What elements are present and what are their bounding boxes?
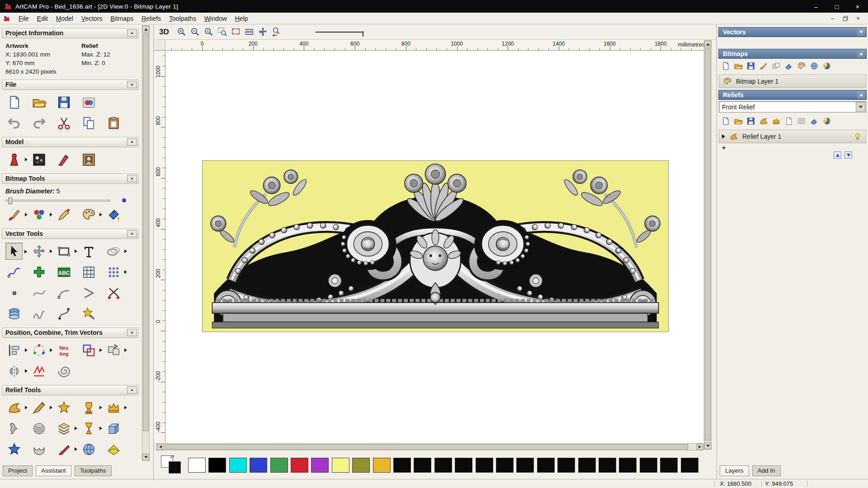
greyscale-view-icon[interactable] <box>30 151 47 168</box>
collapse-button[interactable]: ▲ <box>127 175 137 182</box>
collapse-button[interactable]: ▲ <box>127 386 137 394</box>
palette-swatch[interactable] <box>352 458 370 473</box>
palette-swatch[interactable] <box>681 458 698 473</box>
maximize-button[interactable]: □ <box>826 0 847 13</box>
bitmap-layer-row[interactable]: Bitmap Layer 1 <box>719 75 866 88</box>
canvas-scroll-right-button[interactable] <box>696 444 703 450</box>
magic-wand-icon[interactable] <box>80 305 97 322</box>
swap-colours-icon[interactable]: ⇄ <box>170 454 174 459</box>
palette-swatch[interactable] <box>229 458 247 473</box>
polyline-icon[interactable] <box>5 263 23 281</box>
align-icon[interactable] <box>5 342 23 359</box>
canvas-hscroll-thumb[interactable] <box>165 444 688 450</box>
flood-fill-icon[interactable] <box>30 206 47 223</box>
zoom-window-icon[interactable] <box>216 26 228 38</box>
hatch-icon[interactable] <box>30 362 47 380</box>
zoom-previous-icon[interactable] <box>270 26 283 38</box>
relief-select[interactable]: Front Relief <box>719 101 866 113</box>
text-icon[interactable] <box>80 243 97 260</box>
palette-swatch[interactable] <box>270 458 288 473</box>
colour-palette-icon[interactable] <box>796 61 807 71</box>
copy-icon[interactable] <box>80 114 97 131</box>
palette-swatch[interactable] <box>250 458 267 473</box>
menu-toolpaths[interactable]: Toolpaths <box>165 14 200 23</box>
expander-icon[interactable] <box>722 134 725 139</box>
paint-relief-icon[interactable] <box>55 441 72 458</box>
zoom-scale-icon[interactable]: 1 <box>203 26 215 38</box>
mdi-minimize-button[interactable]: – <box>827 14 838 23</box>
curve-icon[interactable] <box>55 305 72 322</box>
relief-select-arrow[interactable] <box>856 102 865 112</box>
menu-model[interactable]: Model <box>52 14 77 23</box>
add-relief-layer-button[interactable]: + <box>718 145 867 150</box>
model-preview-icon[interactable] <box>5 151 23 168</box>
crown-icon[interactable] <box>771 116 782 127</box>
flyout-arrow-icon[interactable] <box>25 348 28 352</box>
palette-swatch[interactable] <box>434 458 452 473</box>
sculpt-icon[interactable] <box>55 151 72 168</box>
collapse-button[interactable]: ▲ <box>127 81 137 88</box>
collapse-button[interactable]: ▲ <box>127 230 137 237</box>
trophy-icon[interactable] <box>80 399 97 416</box>
sphere-icon[interactable] <box>80 441 97 458</box>
palette-swatch[interactable] <box>455 458 472 473</box>
flyout-arrow-icon[interactable] <box>50 213 52 216</box>
primary-colour-swatch[interactable]: ⇄ <box>161 455 183 474</box>
zoom-out-icon[interactable] <box>189 26 201 38</box>
canvas-scroll-down-button[interactable] <box>704 442 711 449</box>
new-file-icon[interactable] <box>720 61 731 71</box>
menu-edit[interactable]: Edit <box>33 14 52 23</box>
move-layer-up-button[interactable] <box>834 151 841 159</box>
save-file-icon[interactable] <box>745 116 756 127</box>
import-model-icon[interactable] <box>80 94 97 111</box>
shape-editor-icon[interactable] <box>758 116 769 127</box>
shape-editor-icon[interactable] <box>5 399 23 416</box>
eraser-blue-icon[interactable] <box>809 116 820 127</box>
flyout-arrow-icon[interactable] <box>124 348 127 352</box>
open-file-icon[interactable] <box>733 116 744 127</box>
arc-icon[interactable] <box>55 284 72 301</box>
menu-window[interactable]: Window <box>200 14 231 23</box>
node-edit-icon[interactable] <box>30 263 47 281</box>
menu-file[interactable]: File <box>14 14 33 23</box>
palette-swatch[interactable] <box>373 458 391 473</box>
move-layer-down-button[interactable] <box>844 151 852 159</box>
undo-icon[interactable] <box>5 114 23 131</box>
flyout-arrow-icon[interactable] <box>25 369 28 373</box>
envelope-icon[interactable] <box>105 441 122 458</box>
relief-layer-row[interactable]: Relief Layer 1 <box>719 130 866 143</box>
pan-view-icon[interactable] <box>257 26 269 38</box>
palette-swatch[interactable] <box>476 458 493 473</box>
merge-icon[interactable] <box>771 61 782 71</box>
palette-swatch[interactable] <box>291 458 308 473</box>
dot-red-icon[interactable] <box>5 461 23 463</box>
paste-icon[interactable] <box>105 114 122 131</box>
mirror-icon[interactable] <box>5 362 23 380</box>
group-icon[interactable] <box>80 342 97 359</box>
minimize-button[interactable]: – <box>806 0 826 13</box>
flyout-arrow-icon[interactable] <box>99 406 102 409</box>
crown-icon[interactable] <box>105 399 122 416</box>
flyout-arrow-icon[interactable] <box>75 249 77 253</box>
flyout-arrow-icon[interactable] <box>99 348 102 352</box>
palette-swatch[interactable] <box>557 458 575 473</box>
canvas-vscroll-thumb[interactable] <box>705 48 711 441</box>
brush-slider-track[interactable] <box>5 200 110 202</box>
layers-tab-layers[interactable]: Layers <box>720 465 749 476</box>
reliefs-rollup-button[interactable] <box>857 91 865 99</box>
eraser-blue-icon[interactable] <box>783 61 794 71</box>
pixel-pencil-icon[interactable] <box>55 206 72 223</box>
zoom-fit-icon[interactable] <box>243 26 255 38</box>
palette-swatch[interactable] <box>496 458 514 473</box>
zoom-in-icon[interactable] <box>175 26 188 38</box>
layers-tab-add-in[interactable]: Add In <box>752 465 781 476</box>
spiral-icon[interactable] <box>55 362 72 380</box>
redo-icon[interactable] <box>30 114 47 131</box>
palette-swatch[interactable] <box>660 458 678 473</box>
sphere-icon[interactable] <box>809 61 820 71</box>
canvas-vertical-scrollbar[interactable] <box>704 40 712 450</box>
scroll-down-button[interactable] <box>142 454 149 460</box>
grid-icon[interactable] <box>80 263 97 281</box>
assistant-tab-project[interactable]: Project <box>3 465 33 476</box>
menu-vectors[interactable]: Vectors <box>77 14 107 23</box>
